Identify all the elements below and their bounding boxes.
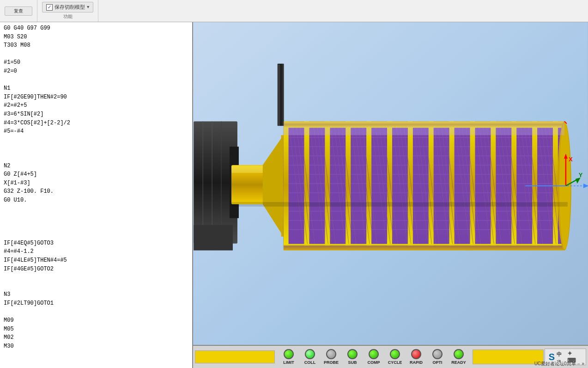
code-line [0,153,192,162]
code-line: #5=-#4 [0,127,192,136]
code-line [0,213,192,222]
code-line [0,282,192,291]
code-line: N1 [0,84,192,93]
svg-rect-26 [304,121,309,250]
code-line: N2 [0,162,192,171]
review-label: 复查 [14,8,23,14]
ready-indicator[interactable]: READY [449,349,469,365]
code-line: X[#1-#3] [0,179,192,188]
probe-label: PROBE [324,360,339,365]
limit-label: LIMIT [283,360,294,365]
comp-light [369,349,379,359]
status-bar: LIMIT COLL PROBE SUB COMP CYCLE [193,345,588,368]
svg-rect-36 [511,121,516,250]
svg-rect-99 [278,65,280,126]
svg-rect-107 [284,121,564,135]
svg-rect-34 [470,121,475,250]
code-line: G0 U10. [0,196,192,205]
sub-label: SUB [348,360,357,365]
coll-light [305,349,315,359]
code-line: T303 M08 [0,41,192,50]
limit-light [284,349,294,359]
probe-indicator[interactable]: PROBE [321,349,341,365]
save-checkbox-icon: ✓ [46,4,53,11]
ready-light [454,349,464,359]
code-line: N3 [0,290,192,299]
toolbar-function-group: ✓ 保存切削模型 ▼ 功能 [37,0,98,22]
code-line: #2=0 [0,67,192,76]
code-line [0,136,192,145]
code-line: M09 [0,316,192,325]
code-line: G0 G40 G97 G99 [0,24,192,33]
code-line: G32 Z-100. F10. [0,187,192,196]
code-editor[interactable]: G0 G40 G97 G99M03 S20T303 M08 #1=50#2=0 … [0,22,193,368]
code-line [0,222,192,231]
coll-label: COLL [304,360,316,365]
opti-indicator[interactable]: OPTI [427,349,448,365]
probe-light [326,349,336,359]
code-line: M02 [0,333,192,342]
code-line: #4=#4-1.2 [0,247,192,256]
svg-rect-29 [366,121,371,250]
code-line: #1=50 [0,58,192,67]
comp-label: COMP [368,360,380,365]
y-axis-label: Y [579,172,583,178]
rapid-light [411,349,421,359]
save-model-button[interactable]: ✓ 保存切削模型 ▼ [42,2,93,12]
cycle-label: CYCLE [388,360,402,365]
cycle-light [390,349,400,359]
coll-indicator[interactable]: COLL [300,349,320,365]
code-line: IF[#4EQ#5]GOTO3 [0,239,192,248]
yellow-input-area[interactable] [473,350,544,364]
code-line [0,204,192,213]
code-line [0,273,192,282]
rapid-indicator[interactable]: RAPID [406,349,426,365]
limit-indicator[interactable]: LIMIT [279,349,299,365]
svg-rect-7 [194,225,233,251]
svg-rect-27 [325,121,330,250]
x-axis-label: X [569,156,573,163]
main-layout: G0 G40 G97 G99M03 S20T303 M08 #1=50#2=0 … [0,22,588,368]
scene-container: X Y Z Program_Ze [193,22,588,345]
svg-rect-35 [491,121,496,250]
code-line: IF[#4GE#5]GOTO2 [0,265,192,274]
svg-rect-30 [387,121,392,250]
svg-rect-28 [346,121,351,250]
viewport[interactable]: X Y Z Program_Ze [193,22,588,368]
save-model-label: 保存切削模型 [55,4,85,11]
ready-label: READY [451,360,466,365]
bottom-watermark: UC爱好者论坛0简单→ » [534,361,584,367]
scene-svg: X Y Z Program_Ze [193,22,588,345]
code-line: M30 [0,342,192,351]
code-line [0,50,192,59]
code-line: M05 [0,325,192,334]
toolbar: 复查 ✓ 保存切削模型 ▼ 功能 [0,0,588,22]
toolbar-review-group: 复查 [0,0,37,22]
opti-light [432,349,443,359]
comp-indicator[interactable]: COMP [364,349,384,365]
cycle-indicator[interactable]: CYCLE [385,349,405,365]
code-line: IF[#4LE#5]THEN#4=#5 [0,256,192,265]
code-line [0,144,192,153]
svg-rect-25 [284,121,289,250]
svg-rect-33 [449,121,455,250]
rapid-label: RAPID [410,360,423,365]
svg-rect-32 [429,121,434,250]
code-line [0,76,192,85]
sub-light [347,349,358,359]
code-line: G0 Z[#4+5] [0,170,192,179]
opti-label: OPTI [432,360,442,365]
code-line: IF[#2LT90]GOTO1 [0,299,192,308]
review-button[interactable]: 复查 [5,6,32,16]
svg-rect-108 [231,202,568,207]
code-line: #4=3*COS[#2]+[2-2]/2 [0,119,192,128]
function-label: 功能 [63,13,73,20]
code-line [0,308,192,317]
sub-indicator[interactable]: SUB [342,349,363,365]
code-line: IF[#2GE90]THEN#2=90 [0,93,192,102]
code-line: M03 S20 [0,33,192,42]
code-line: #2=#2+5 [0,101,192,110]
code-line [0,230,192,239]
progress-bar [195,350,275,363]
svg-rect-31 [408,121,413,250]
